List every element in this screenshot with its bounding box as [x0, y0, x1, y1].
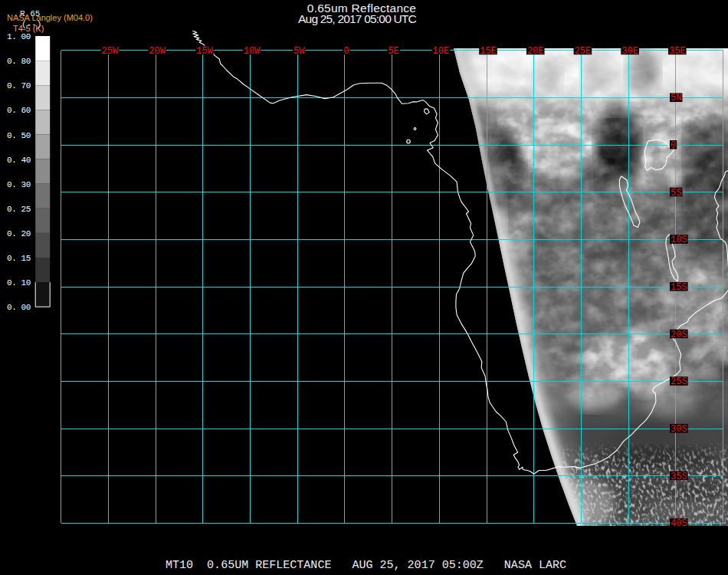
svg-text:20W: 20W — [149, 46, 166, 57]
svg-text:Aug 25, 2017 05:00 UTC: Aug 25, 2017 05:00 UTC — [298, 12, 416, 25]
svg-text:T4-5 (K): T4-5 (K) — [13, 24, 44, 33]
svg-text:5N: 5N — [671, 93, 681, 104]
svg-text:0. 60: 0. 60 — [7, 106, 31, 115]
svg-text:30E: 30E — [621, 46, 638, 57]
svg-text:20E: 20E — [527, 46, 544, 57]
svg-text:5E: 5E — [388, 46, 398, 57]
svg-text:NASA Langley (M04.0): NASA Langley (M04.0) — [7, 13, 93, 22]
svg-text:0. 50: 0. 50 — [7, 131, 31, 140]
svg-text:25W: 25W — [102, 46, 119, 57]
svg-text:0. 70: 0. 70 — [7, 81, 31, 90]
svg-text:0: 0 — [343, 46, 349, 57]
svg-text:15W: 15W — [196, 46, 213, 57]
svg-text:0. 20: 0. 20 — [7, 229, 31, 238]
svg-text:5S: 5S — [671, 188, 681, 199]
svg-text:0: 0 — [671, 140, 676, 151]
svg-text:0. 25: 0. 25 — [7, 205, 31, 214]
svg-text:10W: 10W — [244, 46, 261, 57]
svg-text:20S: 20S — [671, 330, 687, 340]
svg-text:1. 00: 1. 00 — [7, 32, 31, 41]
svg-text:10E: 10E — [432, 46, 449, 57]
svg-text:0. 15: 0. 15 — [7, 254, 31, 263]
svg-text:0. 30: 0. 30 — [7, 180, 31, 189]
svg-text:15S: 15S — [671, 282, 687, 293]
svg-text:35S: 35S — [671, 472, 687, 482]
svg-text:0. 40: 0. 40 — [7, 156, 31, 165]
svg-text:10S: 10S — [671, 235, 687, 245]
svg-text:40S: 40S — [671, 518, 687, 529]
svg-text:30S: 30S — [671, 424, 687, 435]
svg-text:MT10 0.65UM REFLECTANCE AUG: MT10 0.65UM REFLECTANCE AUG 25, 2017 05:… — [166, 559, 566, 572]
svg-text:35E: 35E — [669, 46, 686, 57]
svg-text:25S: 25S — [671, 376, 687, 387]
svg-text:0. 00: 0. 00 — [7, 303, 31, 312]
svg-text:15E: 15E — [480, 46, 497, 57]
svg-text:0. 10: 0. 10 — [7, 278, 31, 288]
svg-text:25E: 25E — [575, 46, 592, 57]
svg-text:0. 80: 0. 80 — [7, 57, 31, 66]
svg-text:5W: 5W — [293, 46, 305, 57]
